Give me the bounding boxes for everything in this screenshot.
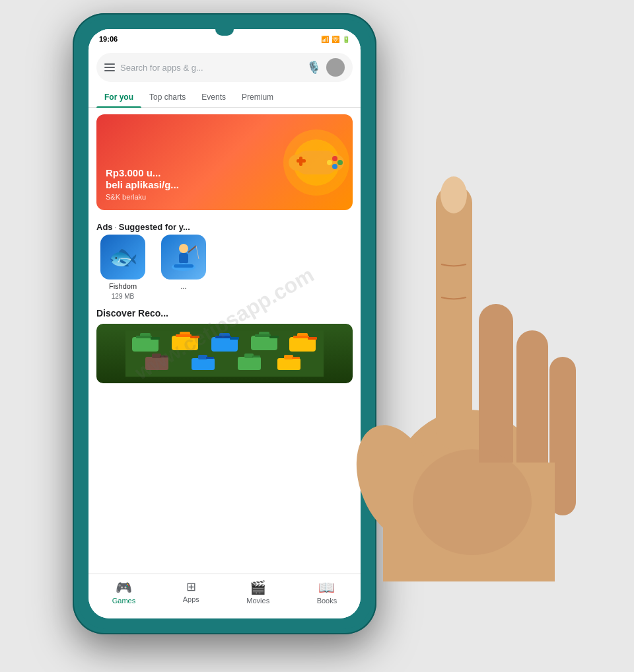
svg-rect-21 bbox=[151, 337, 160, 340]
movies-icon: 🎬 bbox=[250, 579, 266, 595]
mic-icon[interactable]: 🎙️ bbox=[306, 60, 321, 75]
svg-point-7 bbox=[332, 156, 337, 161]
battery-icon: 🔋 bbox=[342, 36, 350, 43]
games-label: Games bbox=[112, 597, 135, 605]
hamburger-icon[interactable] bbox=[104, 63, 115, 71]
svg-rect-48 bbox=[284, 355, 293, 359]
tab-premium[interactable]: Premium bbox=[234, 87, 281, 107]
svg-rect-38 bbox=[145, 357, 168, 370]
svg-rect-24 bbox=[176, 334, 192, 337]
svg-rect-25 bbox=[190, 336, 199, 338]
apps-label: Apps bbox=[183, 595, 199, 603]
nav-games[interactable]: 🎮 Games bbox=[112, 579, 135, 616]
svg-rect-45 bbox=[244, 354, 254, 358]
search-bar[interactable]: Search for apps & g... 🎙️ bbox=[96, 53, 353, 82]
svg-rect-55 bbox=[516, 330, 548, 515]
tanks-image bbox=[96, 324, 353, 383]
apps-scroll[interactable]: 🐟 Fishdom 129 MB bbox=[96, 235, 353, 300]
svg-rect-43 bbox=[206, 357, 214, 359]
scroll-content[interactable]: Rp3.000 u...beli aplikasi/g... S&K berla… bbox=[88, 108, 361, 581]
app-card-fishdom[interactable]: 🐟 Fishdom 129 MB bbox=[96, 235, 149, 300]
tab-for-you[interactable]: For you bbox=[96, 87, 141, 107]
search-input[interactable]: Search for apps & g... bbox=[120, 63, 301, 73]
svg-point-50 bbox=[383, 410, 555, 581]
svg-rect-57 bbox=[383, 463, 555, 581]
svg-rect-36 bbox=[293, 336, 309, 338]
svg-rect-54 bbox=[479, 304, 513, 502]
svg-rect-47 bbox=[277, 358, 300, 370]
svg-rect-52 bbox=[436, 185, 472, 449]
svg-rect-33 bbox=[269, 336, 279, 338]
svg-rect-42 bbox=[198, 355, 207, 359]
svg-line-16 bbox=[196, 246, 199, 259]
app-card-second[interactable]: ... bbox=[157, 235, 210, 300]
phone-screen: 19:06 📶 🛜 🔋 Search for apps & g... bbox=[88, 29, 361, 618]
discover-section: Discover Reco... bbox=[88, 303, 361, 386]
svg-rect-28 bbox=[215, 336, 231, 338]
svg-point-10 bbox=[327, 160, 332, 165]
discover-title: Discover Reco... bbox=[96, 308, 353, 318]
fishdom-name: Fishdom bbox=[109, 282, 137, 290]
nav-books[interactable]: 📖 Books bbox=[317, 579, 337, 616]
svg-point-53 bbox=[440, 176, 467, 213]
svg-rect-39 bbox=[152, 354, 161, 358]
status-time: 19:06 bbox=[99, 35, 118, 43]
phone-device: 19:06 📶 🛜 🔋 Search for apps & g... bbox=[73, 13, 376, 634]
svg-rect-40 bbox=[160, 355, 168, 357]
tab-events[interactable]: Events bbox=[194, 87, 234, 107]
svg-rect-29 bbox=[230, 337, 239, 340]
promo-banner[interactable]: Rp3.000 u...beli aplikasi/g... S&K berla… bbox=[96, 114, 353, 210]
promo-text: Rp3.000 u...beli aplikasi/g... S&K berla… bbox=[106, 167, 179, 201]
svg-point-11 bbox=[179, 244, 188, 253]
svg-point-9 bbox=[332, 164, 337, 169]
movies-label: Movies bbox=[246, 597, 269, 605]
svg-point-58 bbox=[413, 449, 532, 555]
second-app-name: ... bbox=[180, 282, 186, 290]
svg-rect-49 bbox=[292, 357, 300, 359]
tab-top-charts[interactable]: Top charts bbox=[141, 87, 194, 107]
svg-rect-12 bbox=[179, 253, 188, 264]
signal-icon: 📶 bbox=[321, 36, 329, 43]
books-icon: 📖 bbox=[318, 579, 335, 595]
svg-line-15 bbox=[188, 246, 196, 252]
svg-rect-14 bbox=[174, 264, 194, 268]
svg-rect-37 bbox=[308, 337, 317, 340]
nav-apps[interactable]: ⊞ Apps bbox=[183, 579, 199, 616]
wifi-icon: 🛜 bbox=[332, 36, 339, 43]
books-label: Books bbox=[317, 597, 337, 605]
ads-label: Ads · Suggested for y... bbox=[96, 222, 353, 232]
apps-icon: ⊞ bbox=[186, 579, 196, 594]
phone-inner: 19:06 📶 🛜 🔋 Search for apps & g... bbox=[78, 19, 371, 629]
fishdom-icon: 🐟 bbox=[100, 235, 145, 280]
svg-rect-32 bbox=[255, 334, 271, 337]
tabs-bar: For you Top charts Events Premium bbox=[88, 87, 361, 108]
promo-title: Rp3.000 u...beli aplikasi/g... bbox=[106, 167, 179, 191]
scene: 19:06 📶 🛜 🔋 Search for apps & g... bbox=[0, 0, 634, 672]
svg-rect-56 bbox=[549, 357, 576, 515]
svg-point-8 bbox=[337, 160, 343, 165]
promo-subtitle: S&K berlaku bbox=[106, 193, 179, 201]
svg-rect-44 bbox=[238, 357, 261, 370]
svg-rect-46 bbox=[252, 355, 260, 357]
second-app-icon bbox=[161, 235, 206, 280]
bottom-nav: 🎮 Games ⊞ Apps 🎬 Movies 📖 Books bbox=[88, 574, 361, 618]
games-icon: 🎮 bbox=[116, 579, 132, 595]
svg-rect-6 bbox=[299, 157, 302, 166]
fishdom-size: 129 MB bbox=[112, 293, 134, 300]
svg-rect-20 bbox=[136, 336, 152, 338]
svg-rect-41 bbox=[192, 358, 215, 370]
game-controller-image bbox=[277, 123, 353, 202]
nav-movies[interactable]: 🎬 Movies bbox=[246, 579, 269, 616]
discover-banner[interactable] bbox=[96, 324, 353, 383]
status-icons: 📶 🛜 🔋 bbox=[321, 36, 350, 43]
ads-section: Ads · Suggested for y... 🐟 Fishdom 129 M… bbox=[88, 217, 361, 303]
avatar[interactable] bbox=[326, 58, 345, 77]
